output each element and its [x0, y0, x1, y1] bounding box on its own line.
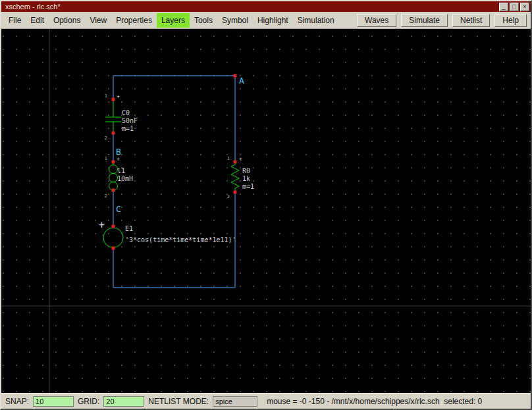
netlist-mode-input[interactable] — [213, 396, 257, 407]
menu-properties[interactable]: Properties — [111, 13, 157, 28]
resistor-value[interactable]: 1k — [242, 175, 250, 182]
capacitor-pin2-number: 2 — [105, 136, 107, 141]
pin[interactable] — [234, 74, 237, 78]
netlist-button[interactable]: Netlist — [452, 14, 490, 27]
simulate-button[interactable]: Simulate — [401, 14, 448, 27]
grid-input[interactable] — [103, 396, 144, 407]
capacitor-ref[interactable]: C0 — [122, 109, 130, 116]
inductor-plus-mark: + — [117, 156, 120, 162]
vsource-value[interactable]: '3*cos(time*time*time*1e11)' — [125, 236, 236, 243]
menu-symbol[interactable]: Symbol — [217, 13, 253, 28]
xschem-window: xschem - rlc.sch* _ □ × File Edit Option… — [0, 0, 532, 410]
titlebar[interactable]: xschem - rlc.sch* _ □ × — [1, 1, 531, 12]
inductor-symbol[interactable] — [109, 162, 118, 191]
capacitor-pin1-number: 1 — [105, 93, 107, 99]
pin[interactable] — [112, 161, 115, 164]
pin[interactable] — [112, 225, 115, 228]
pin[interactable] — [234, 191, 237, 194]
pin[interactable] — [112, 247, 115, 250]
minimize-icon[interactable]: _ — [499, 3, 508, 11]
statusbar: SNAP: GRID: NETLIST MODE: mouse = -0 -15… — [1, 393, 531, 409]
help-button[interactable]: Help — [494, 14, 527, 27]
resistor-symbol[interactable] — [231, 162, 239, 192]
inductor-ref[interactable]: l1 — [117, 167, 125, 174]
menu-simulation[interactable]: Simulation — [293, 13, 339, 28]
menu-options[interactable]: Options — [49, 13, 85, 28]
resistor-ref[interactable]: R0 — [242, 167, 250, 174]
resistor-plus-mark: + — [239, 156, 242, 162]
inductor-pin1-number: 1 — [105, 156, 107, 161]
net-label-b[interactable]: B — [116, 147, 121, 157]
pin[interactable] — [234, 161, 237, 164]
net-labels: A B C — [116, 76, 244, 214]
resistor-pin1-number: 1 — [227, 156, 230, 161]
vsource-ref[interactable]: E1 — [125, 225, 133, 232]
pin[interactable] — [112, 98, 115, 101]
mouse-status-text: mouse = -0 -150 - /mnt/x/home/schippes/x… — [267, 397, 482, 406]
window-title: xschem - rlc.sch* — [5, 3, 61, 11]
pin[interactable] — [112, 189, 115, 192]
grid-label: GRID: — [78, 397, 99, 406]
resistor-pin2-number: 2 — [227, 194, 230, 199]
capacitor-symbol[interactable] — [105, 99, 121, 133]
capacitor-plus-mark: + — [117, 93, 120, 99]
pin[interactable] — [112, 132, 115, 135]
capacitor-mult[interactable]: m=1 — [122, 125, 134, 132]
pin-squares[interactable] — [112, 74, 237, 250]
menu-highlight[interactable]: Highlight — [253, 13, 293, 28]
window-controls: _ □ × — [499, 3, 529, 11]
net-label-a[interactable]: A — [239, 76, 244, 86]
schematic-canvas[interactable]: A B C C0 50nF m=1 l1 10mH E1 '3*cos(time… — [1, 29, 531, 393]
inductor-pin2-number: 2 — [105, 193, 107, 199]
resistor-mult[interactable]: m=1 — [242, 183, 254, 190]
netlist-mode-label: NETLIST MODE: — [148, 397, 209, 406]
component-labels: C0 50nF m=1 l1 10mH E1 '3*cos(time*time*… — [117, 109, 254, 243]
menu-layers[interactable]: Layers — [157, 13, 190, 28]
waves-button[interactable]: Waves — [357, 14, 396, 27]
menu-file[interactable]: File — [4, 13, 26, 28]
vsource-symbol[interactable] — [103, 226, 123, 248]
schematic-drawing: A B C C0 50nF m=1 l1 10mH E1 '3*cos(time… — [1, 29, 531, 393]
menu-tools[interactable]: Tools — [190, 13, 217, 28]
menu-view[interactable]: View — [85, 13, 111, 28]
snap-input[interactable] — [33, 396, 74, 407]
vsource-plus-mark: + — [99, 219, 105, 231]
inductor-value[interactable]: 10mH — [117, 175, 133, 182]
snap-label: SNAP: — [5, 397, 29, 406]
menubar: File Edit Options View Properties Layers… — [1, 12, 531, 29]
menu-edit[interactable]: Edit — [26, 13, 49, 28]
capacitor-value[interactable]: 50nF — [122, 117, 138, 124]
close-icon[interactable]: × — [520, 3, 529, 11]
net-label-c[interactable]: C — [116, 204, 121, 214]
maximize-icon[interactable]: □ — [510, 3, 519, 11]
menubar-buttons: Waves Simulate Netlist Help — [357, 14, 528, 27]
